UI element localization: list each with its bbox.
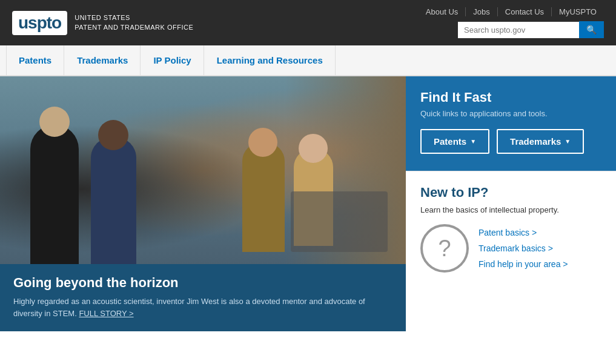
find-help-link[interactable]: Find help in your area > <box>479 259 568 269</box>
header: uspto UNITED STATES PATENT AND TRADEMARK… <box>0 0 616 45</box>
myuspto-link[interactable]: MyUSPTO <box>552 7 604 16</box>
hero-image <box>0 76 406 264</box>
question-circle-icon: ? <box>420 224 469 273</box>
hero-section: Going beyond the horizon Highly regarded… <box>0 76 406 331</box>
nav-ip-policy[interactable]: IP Policy <box>141 45 204 75</box>
hero-caption: Going beyond the horizon Highly regarded… <box>0 264 406 331</box>
trademark-basics-link[interactable]: Trademark basics > <box>479 243 568 253</box>
sidebar: Find It Fast Quick links to applications… <box>406 76 616 331</box>
search-input[interactable] <box>458 22 579 38</box>
trademarks-quick-button[interactable]: Trademarks ▼ <box>497 129 584 154</box>
ip-content: ? Patent basics > Trademark basics > Fin… <box>420 224 601 273</box>
logo-area: uspto UNITED STATES PATENT AND TRADEMARK… <box>12 11 193 35</box>
hero-description: Highly regarded as an acoustic scientist… <box>13 296 392 319</box>
full-story-link[interactable]: FULL STORY > <box>79 309 133 318</box>
nav-trademarks[interactable]: Trademarks <box>64 45 141 75</box>
search-bar: 🔍 <box>458 21 604 38</box>
jobs-link[interactable]: Jobs <box>466 7 497 16</box>
find-it-fast-title: Find It Fast <box>420 90 601 105</box>
header-right: About Us Jobs Contact Us MyUSPTO 🔍 <box>419 7 604 38</box>
search-icon: 🔍 <box>586 25 597 35</box>
org-name: UNITED STATES PATENT AND TRADEMARK OFFIC… <box>75 13 193 32</box>
new-to-ip-section: New to IP? Learn the basics of intellect… <box>406 171 616 286</box>
new-to-ip-subtitle: Learn the basics of intellectual propert… <box>420 205 601 214</box>
search-button[interactable]: 🔍 <box>579 21 604 38</box>
quick-buttons: Patents ▼ Trademarks ▼ <box>420 129 601 154</box>
contact-us-link[interactable]: Contact Us <box>498 7 552 16</box>
patent-basics-link[interactable]: Patent basics > <box>479 228 568 237</box>
nav-learning-resources[interactable]: Learning and Resources <box>204 45 336 75</box>
find-it-fast-subtitle: Quick links to applications and tools. <box>420 109 601 118</box>
about-us-link[interactable]: About Us <box>419 7 466 16</box>
main-navbar: Patents Trademarks IP Policy Learning an… <box>0 45 616 76</box>
hero-photo <box>0 76 406 264</box>
logo: uspto <box>12 11 67 35</box>
patents-quick-button[interactable]: Patents ▼ <box>420 129 489 154</box>
nav-patents[interactable]: Patents <box>6 45 64 75</box>
hero-title: Going beyond the horizon <box>13 275 392 291</box>
header-nav: About Us Jobs Contact Us MyUSPTO <box>419 7 604 16</box>
patents-dropdown-arrow: ▼ <box>470 138 476 145</box>
trademarks-dropdown-arrow: ▼ <box>565 138 571 145</box>
new-to-ip-title: New to IP? <box>420 185 601 200</box>
main-content: Going beyond the horizon Highly regarded… <box>0 76 616 331</box>
ip-links: Patent basics > Trademark basics > Find … <box>479 228 568 269</box>
find-it-fast-section: Find It Fast Quick links to applications… <box>406 76 616 171</box>
